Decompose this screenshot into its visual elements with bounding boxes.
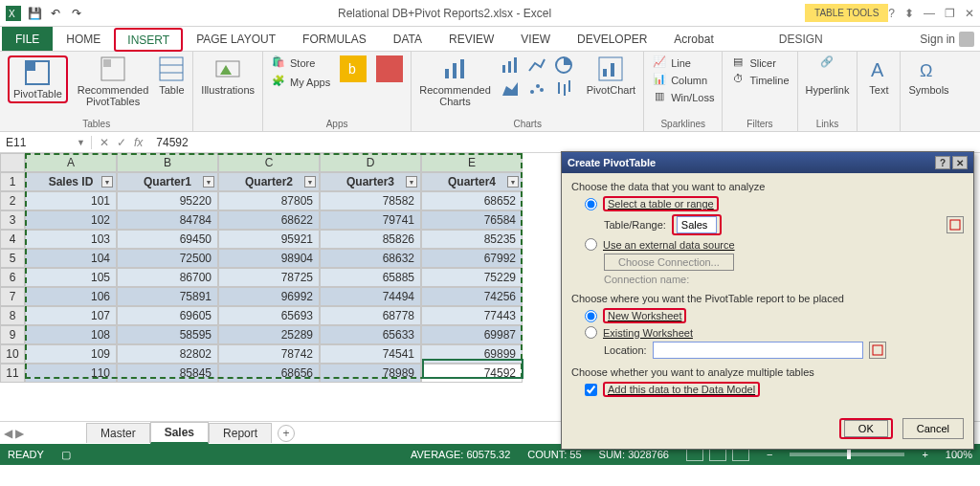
table-cell[interactable]: 25289 [218, 325, 320, 344]
row-head-10[interactable]: 10 [0, 344, 25, 364]
tab-review[interactable]: REVIEW [435, 27, 507, 51]
table-cell[interactable]: 107 [25, 306, 117, 325]
choose-connection-button[interactable]: Choose Connection... [604, 254, 734, 271]
tab-home[interactable]: HOME [53, 27, 114, 51]
table-cell[interactable]: 79741 [320, 210, 421, 230]
filter-dropdown-icon[interactable]: ▼ [203, 176, 214, 188]
symbols-button[interactable]: ΩSymbols [908, 55, 948, 96]
table-cell[interactable]: 74592 [421, 364, 523, 383]
table-cell[interactable]: 85826 [320, 230, 421, 249]
table-header[interactable]: Quarter2▼ [218, 172, 320, 191]
ok-button[interactable]: OK [844, 420, 888, 437]
sheet-nav-arrows[interactable]: ◀ ▶ [4, 427, 24, 440]
chevron-down-icon[interactable]: ▼ [77, 138, 85, 147]
sheet-tab-report[interactable]: Report [209, 423, 272, 443]
dialog-close-icon[interactable]: ✕ [952, 156, 968, 169]
table-cell[interactable]: 68778 [320, 306, 421, 325]
table-cell[interactable]: 101 [25, 191, 117, 210]
table-cell[interactable]: 68652 [421, 191, 523, 210]
signin-link[interactable]: Sign in [920, 27, 980, 51]
myapps-button[interactable]: 🧩My Apps [271, 75, 330, 90]
radio-new-worksheet[interactable] [585, 310, 597, 322]
table-cell[interactable]: 102 [25, 210, 117, 230]
text-button[interactable]: AText [865, 55, 892, 96]
recommended-pivottables-button[interactable]: Recommended PivotTables [78, 55, 149, 107]
macro-record-icon[interactable]: ▢ [61, 449, 71, 461]
table-cell[interactable]: 78989 [320, 364, 421, 383]
chart-area-icon[interactable] [501, 78, 523, 98]
redo-icon[interactable]: ↷ [69, 6, 84, 21]
table-cell[interactable]: 82802 [117, 344, 218, 364]
row-head-4[interactable]: 4 [0, 230, 25, 249]
zoom-in-button[interactable]: + [922, 449, 927, 460]
table-header[interactable]: Sales ID▼ [25, 172, 117, 191]
table-cell[interactable]: 69899 [421, 344, 523, 364]
table-cell[interactable]: 74541 [320, 344, 421, 364]
confirm-formula-icon[interactable]: ✓ [117, 136, 126, 149]
save-icon[interactable]: 💾 [27, 6, 42, 21]
range-picker-icon[interactable] [947, 216, 964, 233]
row-head-2[interactable]: 2 [0, 191, 25, 210]
table-cell[interactable]: 103 [25, 230, 117, 249]
dialog-help-icon[interactable]: ? [935, 156, 950, 169]
radio-existing-worksheet[interactable] [585, 326, 597, 339]
col-head-A[interactable]: A [25, 153, 117, 172]
table-cell[interactable]: 69987 [421, 325, 523, 344]
sheet-tab-master[interactable]: Master [86, 423, 150, 443]
table-cell[interactable]: 74256 [421, 287, 523, 306]
filter-dropdown-icon[interactable]: ▼ [101, 176, 113, 188]
tab-file[interactable]: FILE [2, 27, 53, 51]
sparkline-line-button[interactable]: 📈Line [652, 55, 714, 71]
table-cell[interactable]: 86700 [117, 268, 218, 287]
table-range-input[interactable] [677, 216, 717, 233]
tab-acrobat[interactable]: Acrobat [660, 27, 726, 51]
table-cell[interactable]: 65693 [218, 306, 320, 325]
table-cell[interactable]: 76584 [421, 210, 523, 230]
table-cell[interactable]: 104 [25, 249, 117, 268]
sheet-tab-sales[interactable]: Sales [150, 422, 209, 444]
chart-bar-icon[interactable] [501, 55, 523, 75]
table-cell[interactable]: 65885 [320, 268, 421, 287]
zoom-level[interactable]: 100% [946, 449, 972, 460]
tab-insert[interactable]: INSERT [114, 28, 183, 52]
table-cell[interactable]: 75891 [117, 287, 218, 306]
row-head-3[interactable]: 3 [0, 210, 25, 230]
view-buttons[interactable] [686, 448, 749, 461]
zoom-slider[interactable] [790, 453, 904, 456]
table-cell[interactable]: 105 [25, 268, 117, 287]
chart-scatter-icon[interactable] [527, 78, 550, 98]
recommended-charts-button[interactable]: Recommended Charts [419, 55, 491, 107]
table-cell[interactable]: 78582 [320, 191, 421, 210]
tab-data[interactable]: DATA [380, 27, 435, 51]
table-cell[interactable]: 106 [25, 287, 117, 306]
table-header[interactable]: Quarter3▼ [320, 172, 421, 191]
dialog-titlebar[interactable]: Create PivotTable ?✕ [562, 152, 973, 173]
col-head-C[interactable]: C [218, 153, 320, 172]
col-head-D[interactable]: D [320, 153, 421, 172]
table-cell[interactable]: 108 [25, 325, 117, 344]
table-cell[interactable]: 72500 [117, 249, 218, 268]
hyperlink-button[interactable]: 🔗Hyperlink [806, 55, 850, 96]
filter-dropdown-icon[interactable]: ▼ [406, 176, 417, 188]
chart-pie-icon[interactable] [554, 55, 577, 75]
tab-view[interactable]: VIEW [507, 27, 564, 51]
filter-dropdown-icon[interactable]: ▼ [304, 176, 316, 188]
table-cell[interactable]: 95220 [117, 191, 218, 210]
help-icon[interactable]: ? [888, 7, 895, 20]
col-head-E[interactable]: E [421, 153, 523, 172]
zoom-out-button[interactable]: − [767, 449, 772, 460]
table-cell[interactable]: 65633 [320, 325, 421, 344]
chart-stock-icon[interactable] [554, 78, 577, 98]
table-cell[interactable]: 84784 [117, 210, 218, 230]
table-cell[interactable]: 68632 [320, 249, 421, 268]
close-icon[interactable]: ✕ [965, 7, 974, 20]
pivotchart-button[interactable]: PivotChart [587, 55, 635, 96]
checkbox-data-model[interactable] [585, 384, 597, 396]
table-cell[interactable]: 85845 [117, 364, 218, 383]
sparkline-column-button[interactable]: 📊Column [652, 73, 714, 88]
illustrations-button[interactable]: Illustrations [201, 55, 255, 96]
row-head-6[interactable]: 6 [0, 268, 25, 287]
chart-line-icon[interactable] [527, 55, 550, 75]
location-input[interactable] [653, 342, 863, 359]
table-cell[interactable]: 95921 [218, 230, 320, 249]
